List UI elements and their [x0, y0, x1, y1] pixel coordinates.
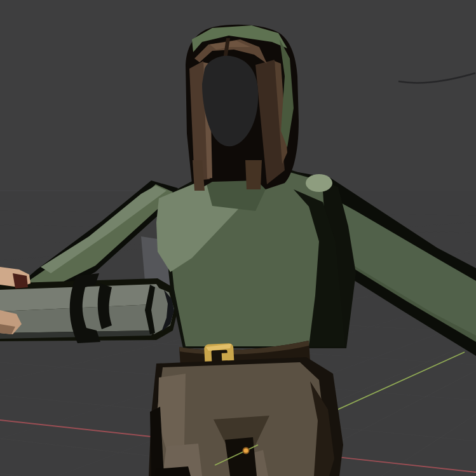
- viewport-canvas[interactable]: [0, 0, 476, 476]
- shoulder-highlight-spot: [306, 174, 332, 192]
- belt-buckle-tongue: [222, 353, 230, 361]
- viewport-3d[interactable]: [0, 0, 476, 476]
- hair-strand-right-chest: [245, 160, 262, 189]
- origin-point-dot: [243, 448, 248, 452]
- pants-leg-gap: [225, 437, 257, 476]
